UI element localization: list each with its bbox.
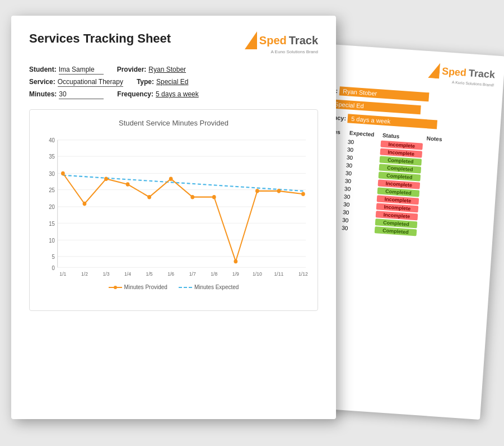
svg-text:1/8: 1/8 (211, 271, 217, 277)
cell-notes (420, 217, 454, 220)
svg-point-34 (61, 171, 65, 176)
back-table-rows: 30 30 Incomplete 30 30 Incomplete 30 30 … (311, 136, 490, 241)
legend-expected-label: Minutes Expected (194, 284, 239, 290)
front-logo-triangle-icon (245, 31, 257, 49)
cell-notes (424, 162, 458, 165)
legend-provided-label: Minutes Provided (124, 284, 167, 290)
cell-notes (423, 178, 456, 180)
cell-expected: 30 (343, 201, 375, 210)
legend-blue-line-icon (179, 287, 192, 288)
svg-point-41 (212, 195, 216, 199)
minutes-field: Minutes: 30 (29, 90, 104, 99)
svg-point-44 (277, 189, 281, 193)
svg-text:10: 10 (49, 237, 55, 244)
svg-text:1/1: 1/1 (59, 271, 66, 277)
svg-text:30: 30 (49, 170, 55, 177)
svg-text:1/3: 1/3 (102, 271, 109, 277)
col-status-label: Status (382, 132, 425, 141)
front-logo-track: Track (289, 34, 318, 47)
type-field: Type: Special Ed (137, 78, 189, 86)
field-row-1: Student: Ima Sample Provider: Ryan Stobe… (29, 66, 318, 75)
svg-point-36 (104, 176, 108, 181)
svg-point-37 (126, 182, 130, 187)
cell-expected: 30 (346, 170, 377, 178)
svg-text:20: 20 (49, 204, 55, 211)
frequency-label: Frequency: (117, 90, 153, 98)
legend-expected: Minutes Expected (179, 284, 239, 290)
service-value: Occupational Therapy (58, 78, 123, 87)
student-value: Ima Sample (59, 66, 104, 75)
svg-point-43 (255, 189, 259, 193)
frequency-value: 5 days a week (156, 90, 199, 98)
type-label: Type: (137, 78, 154, 86)
back-logo: SpedTrack (428, 62, 496, 82)
svg-text:35: 35 (49, 154, 55, 160)
svg-text:1/10: 1/10 (253, 271, 262, 277)
cell-expected: 30 (343, 209, 374, 217)
svg-point-39 (169, 176, 173, 181)
front-logo-sped: Sped (259, 34, 287, 47)
provider-field: Provider: Ryan Stober (117, 66, 186, 73)
cell-notes (419, 225, 453, 227)
svg-point-35 (83, 202, 87, 206)
back-table: Minutes Expected Status Notes 30 30 Inco… (311, 128, 491, 241)
svg-marker-1 (245, 31, 257, 49)
chart-title: Student Service Minutes Provided (39, 119, 309, 127)
logo-track: Track (468, 67, 495, 81)
minutes-label: Minutes: (29, 90, 57, 98)
student-label: Student: (29, 66, 57, 73)
chart-area: 40 35 30 25 20 15 10 5 0 1/1 1/2 1/3 1/4… (39, 134, 309, 280)
front-logo-tagline: A Euno Solutions Brand (270, 49, 318, 54)
col-expected-label: Expected (349, 130, 381, 138)
cell-notes (421, 210, 454, 212)
svg-point-40 (190, 195, 194, 199)
type-value: Special Ed (156, 78, 188, 86)
service-field: Service: Occupational Therapy (29, 78, 123, 87)
field-row-3: Minutes: 30 Frequency: 5 days a week (29, 90, 318, 99)
cell-notes (424, 155, 458, 157)
svg-text:25: 25 (49, 187, 55, 193)
chart-svg: 40 35 30 25 20 15 10 5 0 1/1 1/2 1/3 1/4… (39, 134, 309, 280)
chart-legend: Minutes Provided Minutes Expected (39, 284, 309, 290)
cell-notes (423, 170, 457, 173)
cell-expected: 30 (348, 138, 379, 147)
svg-text:1/7: 1/7 (189, 271, 196, 277)
svg-text:5: 5 (52, 254, 55, 261)
front-title: Services Tracking Sheet (29, 31, 171, 46)
cell-expected: 30 (347, 154, 378, 162)
front-logo-inline: SpedTrack (245, 31, 318, 49)
logo-sped: Sped (441, 65, 466, 78)
svg-text:40: 40 (49, 137, 55, 144)
svg-text:1/6: 1/6 (167, 271, 174, 277)
minutes-value: 30 (59, 90, 104, 99)
cell-expected: 30 (346, 162, 377, 170)
cell-notes (419, 233, 452, 235)
cell-expected: 30 (342, 225, 373, 233)
legend-orange-line-icon (109, 287, 122, 288)
cell-expected: 30 (342, 217, 374, 225)
scene: SpedTrack A Kurio Solutions Brand! vider… (11, 16, 493, 430)
svg-marker-0 (428, 62, 440, 78)
front-logo: SpedTrack A Euno Solutions Brand (245, 31, 318, 54)
cell-notes (422, 194, 455, 196)
provider-label: Provider: (117, 66, 147, 73)
svg-text:1/12: 1/12 (298, 271, 308, 277)
service-label: Service: (29, 78, 55, 86)
back-logo-area: SpedTrack A Kurio Solutions Brand! (322, 55, 496, 87)
svg-point-42 (234, 259, 237, 264)
back-frequency-value: 5 days a week (348, 114, 438, 129)
front-fields: Student: Ima Sample Provider: Ryan Stobe… (29, 66, 318, 99)
svg-text:1/2: 1/2 (81, 271, 88, 277)
svg-text:1/4: 1/4 (124, 271, 131, 277)
front-header: Services Tracking Sheet SpedTrack A Euno… (29, 31, 318, 54)
svg-text:15: 15 (49, 220, 55, 227)
svg-text:1/11: 1/11 (274, 271, 284, 277)
front-document: Services Tracking Sheet SpedTrack A Euno… (11, 16, 336, 419)
logo-triangle-icon (428, 62, 440, 78)
svg-text:0: 0 (52, 264, 55, 271)
frequency-field: Frequency: 5 days a week (117, 90, 198, 98)
cell-notes (425, 147, 459, 149)
cell-expected: 30 (347, 146, 379, 155)
chart-container: Student Service Minutes Provided (29, 109, 318, 311)
cell-expected: 30 (345, 178, 376, 186)
